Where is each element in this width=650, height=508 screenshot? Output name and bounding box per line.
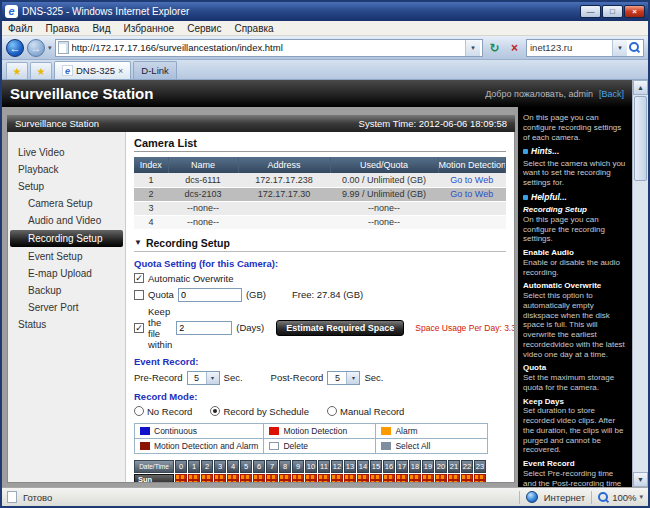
browser-tab[interactable]: eDNS-325× xyxy=(54,61,131,79)
close-button[interactable]: × xyxy=(624,5,645,18)
vertical-scrollbar[interactable]: ▲ ▼ xyxy=(632,80,648,487)
menu-item[interactable]: Сервис xyxy=(187,23,221,34)
schedule-hour-header[interactable]: 21 xyxy=(448,460,460,473)
legend-item[interactable]: Motion Detection and Alarm xyxy=(135,438,264,453)
schedule-hour-header[interactable]: 15 xyxy=(370,460,382,473)
schedule-cell[interactable] xyxy=(279,474,291,483)
camera-row[interactable]: 3--none----none-- xyxy=(134,201,506,215)
search-input[interactable]: inet123.ru xyxy=(530,42,610,53)
search-box[interactable]: inet123.ru ▾ xyxy=(526,39,644,57)
schedule-hour-header[interactable]: 18 xyxy=(409,460,421,473)
scroll-up-icon[interactable]: ▲ xyxy=(633,80,648,95)
schedule-cell[interactable] xyxy=(370,474,382,483)
schedule-cell[interactable] xyxy=(240,474,252,483)
browser-tab[interactable]: D-Link xyxy=(133,61,176,79)
camera-row[interactable]: 2dcs-2103172.17.17.309.99 / Unlimited (G… xyxy=(134,187,506,201)
schedule-hour-header[interactable]: 2 xyxy=(201,460,213,473)
schedule-hour-header[interactable]: 14 xyxy=(357,460,369,473)
sidebar-item-backup[interactable]: Backup xyxy=(10,282,123,299)
zoom-control[interactable]: 100% ▾ xyxy=(598,492,643,503)
schedule-day-label[interactable]: Sun xyxy=(134,474,174,483)
post-record-select[interactable]: 5 ▾ xyxy=(327,371,360,385)
add-favorite-icon[interactable]: ★ xyxy=(30,62,52,79)
schedule-hour-header[interactable]: 20 xyxy=(435,460,447,473)
schedule-hour-header[interactable]: 22 xyxy=(461,460,473,473)
history-dropdown-icon[interactable]: ▾ xyxy=(48,44,52,52)
keep-days-checkbox[interactable]: ✓ xyxy=(134,323,144,333)
sidebar-item-server-port[interactable]: Server Port xyxy=(10,299,123,316)
record-mode-option[interactable]: Manual Record xyxy=(327,406,404,417)
schedule-cell[interactable] xyxy=(266,474,278,483)
schedule-cell[interactable] xyxy=(318,474,330,483)
schedule-cell[interactable] xyxy=(344,474,356,483)
schedule-hour-header[interactable]: 3 xyxy=(214,460,226,473)
tab-close-icon[interactable]: × xyxy=(118,66,123,76)
quota-input[interactable] xyxy=(178,288,242,302)
search-dropdown-icon[interactable]: ▾ xyxy=(612,40,627,56)
menu-item[interactable]: Справка xyxy=(234,23,273,34)
schedule-cell[interactable] xyxy=(214,474,226,483)
address-bar[interactable]: http://172.17.17.166/surveillancestation… xyxy=(55,39,483,57)
menu-item[interactable]: Файл xyxy=(8,23,33,34)
sidebar-item-audio-and-video[interactable]: Audio and Video xyxy=(10,212,123,229)
schedule-cell[interactable] xyxy=(227,474,239,483)
back-link[interactable]: [Back] xyxy=(599,89,624,99)
back-button[interactable]: ← xyxy=(6,39,24,57)
schedule-hour-header[interactable]: 9 xyxy=(292,460,304,473)
sidebar-item-event-setup[interactable]: Event Setup xyxy=(10,248,123,265)
schedule-hour-header[interactable]: 19 xyxy=(422,460,434,473)
minimize-button[interactable]: — xyxy=(580,5,601,18)
schedule-hour-header[interactable]: 4 xyxy=(227,460,239,473)
camera-row[interactable]: 1dcs-6111172.17.17.2380.00 / Unlimited (… xyxy=(134,173,506,187)
schedule-hour-header[interactable]: 13 xyxy=(344,460,356,473)
scroll-down-icon[interactable]: ▼ xyxy=(633,472,648,487)
collapse-triangle-icon[interactable]: ▼ xyxy=(134,238,142,247)
sidebar-item-playback[interactable]: Playback xyxy=(10,161,123,178)
sidebar-item-live-video[interactable]: Live Video xyxy=(10,144,123,161)
schedule-cell[interactable] xyxy=(201,474,213,483)
auto-overwrite-checkbox[interactable]: ✓ xyxy=(134,273,144,283)
schedule-cell[interactable] xyxy=(396,474,408,483)
legend-item[interactable]: Select All xyxy=(376,438,488,453)
schedule-hour-header[interactable]: 11 xyxy=(318,460,330,473)
schedule-cell[interactable] xyxy=(331,474,343,483)
schedule-hour-header[interactable]: 7 xyxy=(266,460,278,473)
record-mode-option[interactable]: Record by Schedule xyxy=(210,406,309,417)
schedule-hour-header[interactable]: 23 xyxy=(474,460,486,473)
address-dropdown-icon[interactable]: ▾ xyxy=(465,40,480,56)
pre-record-dropdown-icon[interactable]: ▾ xyxy=(206,372,219,384)
maximize-button[interactable]: □ xyxy=(602,5,623,18)
schedule-cell[interactable] xyxy=(292,474,304,483)
schedule-hour-header[interactable]: 10 xyxy=(305,460,317,473)
menu-item[interactable]: Избранное xyxy=(123,23,174,34)
legend-item[interactable]: Delete xyxy=(264,438,376,453)
schedule-cell[interactable] xyxy=(409,474,421,483)
legend-item[interactable]: Alarm xyxy=(376,423,488,438)
go-to-web-link[interactable]: Go to Web xyxy=(450,189,493,199)
search-icon[interactable] xyxy=(629,42,640,53)
schedule-hour-header[interactable]: 1 xyxy=(188,460,200,473)
schedule-cell[interactable] xyxy=(383,474,395,483)
camera-row[interactable]: 4--none----none-- xyxy=(134,215,506,229)
address-url[interactable]: http://172.17.17.166/surveillancestation… xyxy=(72,42,462,53)
schedule-cell[interactable] xyxy=(357,474,369,483)
schedule-hour-header[interactable]: 12 xyxy=(331,460,343,473)
menu-item[interactable]: Вид xyxy=(92,23,110,34)
schedule-cell[interactable] xyxy=(175,474,187,483)
schedule-hour-header[interactable]: 6 xyxy=(253,460,265,473)
scrollbar-thumb[interactable] xyxy=(634,96,647,181)
schedule-cell[interactable] xyxy=(305,474,317,483)
recording-setup-header[interactable]: ▼ Recording Setup xyxy=(134,237,506,252)
estimate-required-space-button[interactable]: Estimate Required Space xyxy=(276,320,404,336)
favorites-star-icon[interactable]: ★ xyxy=(6,62,28,79)
schedule-hour-header[interactable]: 0 xyxy=(175,460,187,473)
sidebar-item-status[interactable]: Status xyxy=(10,316,123,333)
refresh-button[interactable]: ↻ xyxy=(486,39,503,57)
keep-days-input[interactable] xyxy=(176,321,232,335)
zoom-dropdown-icon[interactable]: ▾ xyxy=(639,493,643,501)
legend-item[interactable]: Continuous xyxy=(135,423,264,438)
pre-record-select[interactable]: 5 ▾ xyxy=(187,371,220,385)
go-to-web-link[interactable]: Go to Web xyxy=(450,175,493,185)
schedule-cell[interactable] xyxy=(422,474,434,483)
schedule-hour-header[interactable]: 8 xyxy=(279,460,291,473)
